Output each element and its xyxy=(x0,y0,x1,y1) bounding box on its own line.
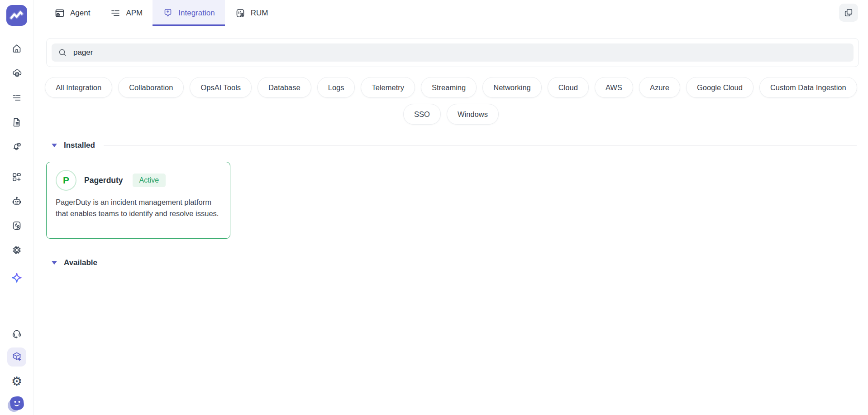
integrations-cube-plus-icon xyxy=(10,351,23,363)
sidebar-item-support[interactable] xyxy=(11,328,22,339)
available-section-label: Available xyxy=(64,258,97,267)
sidebar-item-integrations[interactable] xyxy=(7,347,26,367)
alert-bell-icon xyxy=(11,141,22,152)
integration-description: PagerDuty is an incident management plat… xyxy=(56,197,221,219)
logo-wave-icon xyxy=(6,5,27,26)
integration-name: Pagerduty xyxy=(84,176,123,185)
integration-badge-plus-icon xyxy=(162,8,173,19)
tab-agent-label: Agent xyxy=(70,9,90,18)
pagerduty-logo-letter: P xyxy=(63,175,69,186)
top-tab-bar: Agent APM Integration xyxy=(34,0,868,26)
filter-chip-cloud[interactable]: Cloud xyxy=(548,77,589,98)
filter-chip-networking[interactable]: Networking xyxy=(482,77,542,98)
filter-chip-aws[interactable]: AWS xyxy=(595,77,633,98)
filter-chip-all-integration[interactable]: All Integration xyxy=(45,77,112,98)
sidebar-item-reports[interactable] xyxy=(11,117,22,128)
log-lines-icon xyxy=(11,92,22,103)
filter-chip-windows[interactable]: Windows xyxy=(447,104,499,125)
filter-chip-logs[interactable]: Logs xyxy=(317,77,355,98)
home-icon xyxy=(11,43,22,54)
tab-apm-label: APM xyxy=(126,9,143,18)
search-icon xyxy=(57,48,67,58)
tab-integration-label: Integration xyxy=(178,9,215,18)
filter-chip-sso[interactable]: SSO xyxy=(403,104,441,125)
app-logo[interactable] xyxy=(6,5,27,26)
installed-section-header: Installed xyxy=(46,141,857,150)
filter-chip-telemetry[interactable]: Telemetry xyxy=(361,77,415,98)
main-area: Agent APM Integration xyxy=(34,0,868,415)
filter-chip-database[interactable]: Database xyxy=(258,77,311,98)
sidebar-item-apps[interactable] xyxy=(11,172,22,183)
pagerduty-logo: P xyxy=(56,170,76,191)
tab-integration[interactable]: Integration xyxy=(153,0,224,26)
robot-icon xyxy=(11,196,22,207)
sidebar: ⚙ xyxy=(0,0,34,415)
section-divider xyxy=(104,145,857,146)
rum-device-user-icon xyxy=(11,220,22,231)
search-box[interactable] xyxy=(52,43,854,62)
filter-chip-collaboration[interactable]: Collaboration xyxy=(118,77,184,98)
sidebar-item-rum[interactable] xyxy=(11,220,22,231)
gear-icon: ⚙ xyxy=(11,376,22,387)
search-input[interactable] xyxy=(73,48,848,57)
tab-rum[interactable]: RUM xyxy=(225,0,278,26)
available-section-header: Available xyxy=(46,258,857,267)
sidebar-item-cost[interactable] xyxy=(11,245,22,256)
installed-section-label: Installed xyxy=(64,141,95,150)
tab-rum-label: RUM xyxy=(251,9,268,18)
filter-chip-opsai-tools[interactable]: OpsAI Tools xyxy=(190,77,252,98)
agent-window-plus-icon xyxy=(54,8,65,19)
integration-card-pagerduty[interactable]: P Pagerduty Active PagerDuty is an incid… xyxy=(46,162,230,239)
tab-apm[interactable]: APM xyxy=(100,0,153,26)
avatar-smiley-icon xyxy=(7,394,26,413)
status-badge: Active xyxy=(133,174,166,187)
rum-device-user-icon xyxy=(235,8,246,19)
copy-icon xyxy=(843,7,854,18)
sidebar-item-assistant[interactable] xyxy=(11,196,22,207)
search-card xyxy=(46,38,859,67)
sidebar-item-logs[interactable] xyxy=(11,92,22,103)
filter-chip-custom-data-ingestion[interactable]: Custom Data Ingestion xyxy=(759,77,857,98)
ai-sparkle-icon xyxy=(11,272,23,284)
sidebar-item-ai[interactable] xyxy=(11,272,23,284)
cost-chip-icon xyxy=(11,245,22,256)
sidebar-item-settings[interactable]: ⚙ xyxy=(11,376,22,387)
headset-icon xyxy=(11,328,22,339)
filter-chip-streaming[interactable]: Streaming xyxy=(421,77,477,98)
sidebar-item-home[interactable] xyxy=(11,43,22,54)
apps-grid-plus-icon xyxy=(11,172,22,183)
cloud-database-icon xyxy=(11,68,22,79)
section-divider xyxy=(106,263,857,263)
integration-card-header: P Pagerduty Active xyxy=(56,170,221,191)
user-avatar[interactable] xyxy=(7,394,26,413)
filter-chip-azure[interactable]: Azure xyxy=(639,77,680,98)
sidebar-item-metrics[interactable] xyxy=(11,68,22,79)
collapse-caret-icon[interactable] xyxy=(52,144,57,147)
collapse-caret-icon[interactable] xyxy=(52,261,57,265)
copy-button[interactable] xyxy=(839,4,858,22)
filter-chip-row: All Integration Collaboration OpsAI Tool… xyxy=(45,77,857,125)
filter-chip-google-cloud[interactable]: Google Cloud xyxy=(686,77,754,98)
apm-lines-icon xyxy=(110,8,121,19)
sidebar-item-alerts[interactable] xyxy=(11,141,22,152)
tab-agent[interactable]: Agent xyxy=(44,0,100,26)
document-icon xyxy=(11,117,22,128)
